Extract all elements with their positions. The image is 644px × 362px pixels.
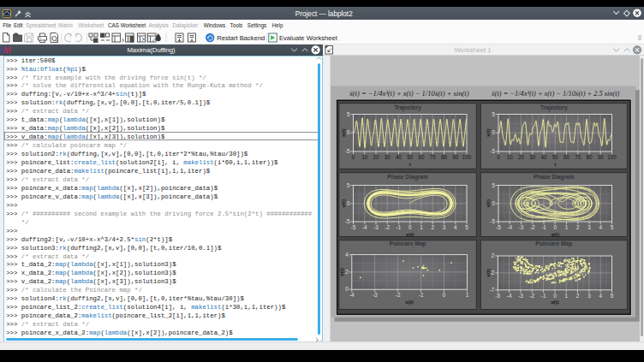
svg-text:0: 0 (497, 154, 500, 160)
svg-text:2: 2 (492, 252, 495, 258)
svg-text:t: t (554, 161, 556, 167)
svg-text:0: 0 (347, 129, 350, 135)
svg-text:-3: -3 (519, 224, 524, 230)
svg-text:-5: -5 (490, 218, 495, 224)
svg-text:30: 30 (385, 154, 391, 160)
svg-text:5: 5 (492, 111, 495, 117)
svg-text:5: 5 (492, 182, 495, 188)
svg-text:80: 80 (441, 154, 448, 160)
svg-text:3: 3 (443, 224, 446, 230)
svg-text:40: 40 (540, 154, 547, 160)
svg-text:x(t): x(t) (551, 299, 558, 305)
svg-text:x(t): x(t) (551, 231, 558, 237)
svg-text:-2: -2 (385, 224, 390, 230)
svg-text:-2: -2 (529, 293, 534, 299)
svg-text:Poincare Map: Poincare Map (390, 240, 426, 247)
svg-text:4: 4 (454, 224, 457, 230)
svg-text:5: 5 (347, 111, 350, 117)
svg-text:Trajectory: Trajectory (394, 104, 421, 111)
svg-text:-5: -5 (495, 293, 500, 299)
svg-text:2: 2 (576, 224, 580, 230)
svg-text:4: 4 (599, 224, 602, 230)
svg-text:Phase Diagram: Phase Diagram (534, 174, 575, 181)
svg-text:-5: -5 (345, 148, 350, 154)
svg-text:30: 30 (529, 154, 536, 160)
svg-text:4: 4 (599, 293, 602, 299)
svg-text:1: 1 (466, 292, 469, 298)
svg-text:2: 2 (345, 269, 349, 275)
svg-text:2: 2 (431, 224, 434, 230)
svg-text:50: 50 (552, 154, 559, 160)
svg-text:-1: -1 (541, 293, 546, 299)
svg-text:0: 0 (443, 292, 446, 298)
svg-text:4: 4 (345, 252, 349, 258)
svg-text:-3: -3 (518, 293, 523, 299)
svg-text:60: 60 (564, 154, 570, 160)
svg-text:100: 100 (607, 154, 617, 160)
svg-text:-5: -5 (351, 224, 356, 230)
svg-text:-2: -2 (396, 292, 401, 298)
svg-text:5: 5 (611, 224, 614, 230)
svg-text:Phase Diagram: Phase Diagram (387, 174, 428, 181)
svg-text:-5: -5 (490, 148, 495, 154)
svg-text:x(t): x(t) (340, 128, 346, 136)
svg-text:5: 5 (347, 182, 350, 188)
svg-text:x(t): x(t) (406, 231, 414, 237)
svg-text:-4: -4 (362, 224, 367, 230)
svg-text:0: 0 (492, 200, 495, 206)
svg-text:Trajectory: Trajectory (540, 104, 568, 111)
svg-text:70: 70 (575, 154, 581, 160)
svg-text:-1: -1 (419, 292, 424, 298)
svg-text:ẍ(t) = −1/4x³(t) + x(t) − 1/1: ẍ(t) = −1/4x³(t) + x(t) − 1/10ẋ(t) + s… (349, 90, 469, 98)
svg-text:70: 70 (430, 154, 437, 160)
svg-text:3: 3 (587, 293, 591, 299)
svg-text:Poincare Map: Poincare Map (535, 240, 572, 247)
svg-text:-5: -5 (496, 224, 501, 230)
svg-text:0: 0 (345, 286, 349, 292)
svg-text:-2: -2 (530, 224, 535, 230)
svg-text:1: 1 (420, 224, 423, 230)
svg-text:t: t (409, 161, 411, 167)
svg-text:3: 3 (587, 224, 591, 230)
svg-text:-1: -1 (397, 224, 402, 230)
svg-text:ẍ(t) = −1/4x³(t) + x(t) − 1/1: ẍ(t) = −1/4x³(t) + x(t) − 1/10ẋ(t) + 2… (491, 90, 620, 98)
svg-text:100: 100 (462, 154, 472, 160)
svg-text:40: 40 (396, 154, 402, 160)
svg-text:90: 90 (452, 154, 459, 160)
svg-text:0: 0 (352, 154, 355, 160)
svg-text:60: 60 (418, 154, 425, 160)
svg-text:2: 2 (576, 293, 580, 299)
svg-text:-1: -1 (541, 224, 546, 230)
svg-text:5: 5 (465, 224, 468, 230)
svg-text:-7: -7 (490, 287, 495, 293)
svg-text:-5: -5 (345, 218, 350, 224)
svg-text:1: 1 (565, 224, 569, 230)
svg-text:v(t): v(t) (340, 199, 346, 207)
svg-text:x(t): x(t) (486, 128, 492, 136)
svg-text:v(t): v(t) (485, 269, 491, 276)
svg-text:v(t): v(t) (486, 199, 492, 207)
svg-text:5: 5 (611, 293, 614, 299)
svg-text:0: 0 (492, 129, 495, 135)
svg-text:10: 10 (507, 154, 514, 160)
svg-text:0: 0 (408, 224, 412, 230)
svg-text:80: 80 (586, 154, 593, 160)
svg-text:x(t): x(t) (405, 299, 413, 305)
svg-text:50: 50 (407, 154, 414, 160)
svg-text:-3: -3 (373, 224, 379, 230)
svg-text:0: 0 (553, 224, 557, 230)
svg-text:v(t): v(t) (338, 268, 344, 276)
svg-text:90: 90 (598, 154, 605, 160)
svg-text:-4: -4 (507, 293, 512, 299)
svg-text:-4: -4 (349, 292, 355, 298)
svg-text:1: 1 (564, 293, 568, 299)
svg-text:20: 20 (373, 154, 379, 160)
svg-text:10: 10 (361, 154, 368, 160)
svg-text:0: 0 (347, 200, 350, 206)
svg-text:-3: -3 (373, 292, 378, 298)
svg-text:-4: -4 (507, 224, 512, 230)
svg-text:0: 0 (553, 293, 557, 299)
svg-text:20: 20 (518, 154, 525, 160)
